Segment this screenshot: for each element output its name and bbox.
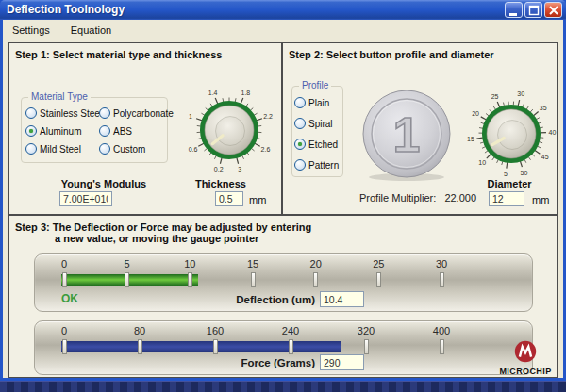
gauge-tick-label: 80 xyxy=(125,325,154,336)
diameter-unit: mm xyxy=(532,194,549,205)
radio-button-icon xyxy=(294,97,306,108)
gauge-tick-mark xyxy=(125,272,129,287)
force-value-input[interactable] xyxy=(320,354,364,370)
radio-option-label: Stainless Steel xyxy=(40,108,102,119)
youngs-modulus-label: Young's Modulus xyxy=(57,178,151,189)
profile-groupbox: Profile PlainSpiralEtchedPattern xyxy=(291,86,343,177)
step1-panel: Step 1: Select material type and thickne… xyxy=(8,42,282,215)
knob-scale-label: 45 xyxy=(541,154,549,160)
client-area: Step 1: Select material type and thickne… xyxy=(3,41,563,378)
gauge-tick-mark xyxy=(376,272,381,287)
gauge-tick-mark xyxy=(364,339,369,354)
radio-option-label: Plain xyxy=(308,98,329,108)
profile-options: PlainSpiralEtchedPattern xyxy=(292,87,342,171)
step3-title-line1: Step 3: The Deflection or Force may be a… xyxy=(15,221,311,233)
gauge-tick-label: 400 xyxy=(427,325,456,336)
minimize-icon xyxy=(506,3,524,19)
gauge-tick-label: 320 xyxy=(352,325,380,336)
knob-scale-label: 1 xyxy=(189,113,192,120)
radio-option-label: Mild Steel xyxy=(40,144,81,155)
thickness-unit: mm xyxy=(249,194,266,205)
minimize-button[interactable] xyxy=(505,2,523,18)
window-title: Deflection Toolnology xyxy=(7,3,125,16)
radio-option-label: Polycarbonate xyxy=(113,108,174,119)
force-gauge-label: Force (Grams) xyxy=(174,357,315,368)
diameter-input[interactable] xyxy=(489,191,524,206)
radio-button-icon xyxy=(294,139,306,150)
profile-legend: Profile xyxy=(299,80,331,90)
radio-option-custom[interactable]: Custom xyxy=(99,143,174,155)
radio-option-etched[interactable]: Etched xyxy=(294,139,342,150)
profile-multiplier-label: Profile Multiplier: xyxy=(359,192,436,204)
knob-scale-label: 2.2 xyxy=(263,113,273,120)
youngs-modulus-input[interactable] xyxy=(59,191,112,206)
radio-option-mild-steel[interactable]: Mild Steel xyxy=(25,143,99,155)
deflection-status: OK xyxy=(61,292,78,305)
title-bar: Deflection Toolnology xyxy=(0,0,566,20)
close-icon xyxy=(545,3,563,19)
radio-option-label: ABS xyxy=(113,126,132,137)
knob-scale-label: 30 xyxy=(517,90,524,97)
menu-bar: Settings Equation xyxy=(3,20,563,41)
knob-scale-label: 35 xyxy=(540,105,547,111)
button-preview: 1 xyxy=(359,89,454,183)
gauge-tick-label: 240 xyxy=(276,325,305,336)
knob-scale-label: 10 xyxy=(478,159,486,166)
radio-option-plain[interactable]: Plain xyxy=(294,97,342,108)
gauge-tick-mark xyxy=(62,339,67,354)
knob-scale-label: 1.4 xyxy=(208,90,218,96)
thickness-input[interactable] xyxy=(215,191,243,206)
radio-option-pattern[interactable]: Pattern xyxy=(294,159,342,171)
gauge-tick-mark xyxy=(440,272,444,287)
radio-button-icon xyxy=(25,125,37,137)
gauge-tick-label: 15 xyxy=(239,258,267,270)
material-type-options: Stainless SteelPolycarbonateAluminumABSM… xyxy=(22,98,167,155)
close-button[interactable] xyxy=(544,2,562,18)
menu-equation[interactable]: Equation xyxy=(71,24,111,36)
knob-scale-label: 0.6 xyxy=(189,146,198,153)
radio-option-abs[interactable]: ABS xyxy=(99,125,174,137)
radio-option-spiral[interactable]: Spiral xyxy=(294,118,342,129)
knob-scale-label: 50 xyxy=(521,170,528,176)
knob-scale-label: 20 xyxy=(472,110,479,117)
radio-button-icon xyxy=(25,107,37,119)
diameter-knob[interactable]: 5101520253035404550 xyxy=(464,87,558,181)
radio-option-stainless-steel[interactable]: Stainless Steel xyxy=(25,107,99,119)
microchip-logo-icon xyxy=(512,339,539,364)
gauge-tick-mark xyxy=(440,339,444,354)
gauge-tick-label: 10 xyxy=(175,258,204,270)
thickness-knob[interactable]: 0.20.611.41.82.22.63 xyxy=(182,83,276,177)
gauge-bar-fill[interactable] xyxy=(61,274,198,286)
material-type-groupbox: Material Type Stainless SteelPolycarbona… xyxy=(21,97,168,163)
radio-option-aluminum[interactable]: Aluminum xyxy=(25,125,99,137)
gauge-tick-mark xyxy=(251,272,256,287)
deflection-value-input[interactable] xyxy=(320,291,364,307)
profile-multiplier: Profile Multiplier: 22.000 xyxy=(359,192,476,204)
gauge-tick-mark xyxy=(188,272,192,287)
step3-panel: Step 3: The Deflection or Force may be a… xyxy=(8,215,558,378)
desktop-taskbar-strip xyxy=(0,381,566,392)
radio-option-label: Custom xyxy=(113,144,145,155)
deflection-gauge[interactable]: OK Deflection (um) 051015202530 xyxy=(34,253,533,312)
force-gauge[interactable]: Force (Grams) 080160240320400 xyxy=(34,320,533,375)
gauge-tick-mark xyxy=(213,339,218,354)
microchip-logo-text: MICROCHIP xyxy=(494,367,557,376)
material-type-legend: Material Type xyxy=(28,91,91,102)
knob-scale-label: 0.2 xyxy=(214,166,224,172)
step2-panel: Step 2: Select button profile and diamet… xyxy=(282,42,558,215)
radio-button-icon xyxy=(99,125,110,137)
gauge-tick-label: 0 xyxy=(50,258,78,270)
gauge-bar-fill[interactable] xyxy=(61,341,341,352)
maximize-button[interactable] xyxy=(524,2,542,18)
app-window: Deflection Toolnology Settings Equation … xyxy=(0,0,566,381)
thickness-label: Thickness xyxy=(183,178,258,189)
gauge-tick-mark xyxy=(138,339,142,354)
gauge-tick-label: 5 xyxy=(113,258,142,270)
step1-title: Step 1: Select material type and thickne… xyxy=(15,49,222,60)
radio-option-label: Etched xyxy=(308,139,338,150)
radio-option-polycarbonate[interactable]: Polycarbonate xyxy=(99,107,174,119)
menu-settings[interactable]: Settings xyxy=(12,24,50,36)
knob-scale-label: 40 xyxy=(549,129,557,136)
profile-multiplier-value: 22.000 xyxy=(444,192,476,204)
deflection-gauge-label: Deflection (um) xyxy=(174,294,315,305)
